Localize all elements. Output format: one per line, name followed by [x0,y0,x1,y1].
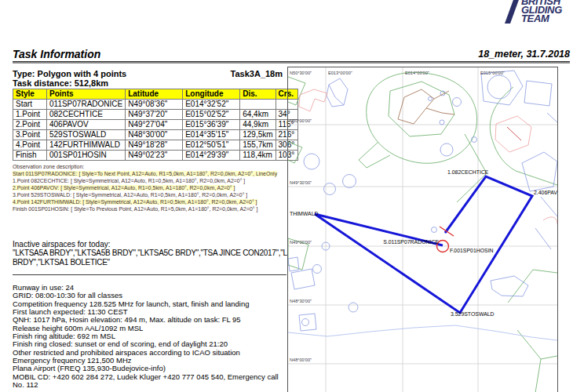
airspace-outlines-blue [288,71,557,331]
task-name: Task3A_18m [231,69,283,78]
grid-label-n4930: N49°30'00" [290,180,312,185]
task-table-header: StylePointsLatitudeLongitudeDis.Crs. [13,89,298,100]
task-meta-row: Type: Polygon with 4 points Task3A_18m [13,69,283,78]
table-cell: E014°35'15" [183,130,240,140]
waypoint-label-cechtice: 1.082CECHTICE [447,169,489,175]
task-information-sheet: BRITISH GLIDING TEAM Task Information 18… [0,0,573,392]
grid-label-e014: E014°00'00" [405,71,429,75]
table-row: 2.Point406PAVOVN49°27'04"E015°36'39"44,9… [13,120,298,130]
task-map: N50°30'00" E013°00'00" E014°00'00" E015°… [287,67,558,392]
airspace-list-line: BRDY","LKTSA1 BOLETICE" [13,258,287,267]
table-cell: N49°08'36" [126,100,183,110]
task-type: Type: Polygon with 4 points [13,69,126,78]
table-cell: Finish [13,151,47,161]
task-table-body: Start011SP07RADONICEN49°08'36"E014°32'52… [13,100,298,161]
table-cell: 011SP07RADONICE [47,100,126,110]
grid-label-n5000: N50°00'00" [290,118,312,123]
observation-zone-heading: Observation zone description: [13,163,287,170]
briefing-section: Runway in use: 24GRID: 08:00-10:30 for a… [13,284,289,389]
table-cell: 118,4km [240,151,276,161]
column-header: Latitude [126,89,183,100]
table-row: 3.Point529STOSWALDN48°30'00"E014°35'15"1… [13,130,298,140]
observation-zone-line: 1.Point 082CECHTICE: [ Style=Symmetrical… [13,177,287,184]
country-border [288,325,557,340]
observation-zone-line: Finish 001SP01HOSIN: [ Style=To Previous… [13,205,287,212]
column-header: Dis. [240,89,276,100]
table-cell: E014°32'52" [183,100,240,110]
table-cell: 44,9km [240,120,276,130]
briefing-line: MOBIL CD: +420 602 284 272, Ludek Kluger… [13,373,289,390]
grid-label-e015: E015°00'00" [480,71,505,75]
table-cell: 529STOSWALD [47,130,126,140]
table-cell: E015°36'39" [183,120,240,130]
observation-zone-section: Observation zone description: Start 011S… [13,163,287,212]
observation-zone-line: 4.Point 142FURTHIMWALD: [ Style=Symmetri… [13,198,287,205]
table-cell: E012°50'51" [183,140,240,151]
grid-label-n4900: N49°00'00" [290,240,312,245]
airspace-diagonal-red [507,127,521,140]
inactive-airspaces-list: "LKTSA5A BRDY","LKTSA5B BRDY","LKTSA5C B… [13,249,287,267]
table-row: Finish001SP01HOSINN49°02'23"E014°29'39"1… [13,151,298,161]
table-cell: 406PAVOV [47,120,126,130]
section-divider [13,274,286,275]
task-map-canvas: N50°30'00" E013°00'00" E014°00'00" E015°… [288,67,557,392]
grid-label-n4800: N48°00'00" [290,358,312,362]
waypoint-label-start: S.011SP07RADONICE [383,239,439,245]
inactive-airspaces-heading: Inactive airspaces for today: [13,240,287,249]
waypoint-label-furthimwald: THIMWALD [290,211,319,216]
table-cell: N49°37'20" [126,110,183,120]
table-cell: Start [13,100,47,110]
observation-zone-line: 2.Point 406PAVOV: [ Style=Symmetrical, A… [13,184,287,191]
waypoint-label-pavov: 2.406PAVOV [534,190,557,195]
observation-zone-line: 3.Point 529STOSWALD: [ Style=Symmetrical… [13,191,287,198]
table-cell: 001SP01HOSIN [47,151,126,161]
table-row: 4.Point142FURTHIMWALDN49°18'28"E012°50'5… [13,140,298,151]
table-cell: N49°02'23" [126,151,183,161]
airspace-outline-brown [398,89,454,124]
airspace-list-line: "LKTSA5A BRDY","LKTSA5B BRDY","LKTSA5C B… [13,249,287,257]
table-cell: N49°18'28" [126,140,183,151]
task-distance: Task distance: 512,8km [13,78,108,88]
observation-zone-line: Start 011SP07RADONICE: [ Style=To Next P… [13,170,287,177]
column-header: Style [13,89,47,100]
table-cell: E014°29'39" [183,151,240,161]
waypoint-label-finish: F.001SP01HOSIN [450,248,494,253]
table-cell: 155,7km [240,140,276,151]
table-cell: 082CECHTICE [47,110,126,120]
task-route-line [315,176,532,313]
table-cell: 64,4km [240,110,276,120]
column-header: Points [47,89,126,100]
table-cell: E015°02'52" [183,110,240,120]
table-cell: 4.Point [13,140,47,151]
column-header: Longitude [183,89,240,100]
british-gliding-team-logo: BRITISH GLIDING TEAM [509,0,562,24]
airspace-outlines-pink [299,89,557,224]
table-row: 1.Point082CECHTICEN49°37'20"E015°02'52"6… [13,110,298,120]
header-rule [13,61,570,64]
grid-label-n5030: N50°30'00" [290,71,312,75]
waypoint-label-stoswald: 3.529STOSWALD [451,311,495,317]
table-row: Start011SP07RADONICEN49°08'36"E014°32'52… [13,100,298,110]
inactive-airspaces-section: Inactive airspaces for today: "LKTSA5A B… [13,240,287,267]
table-cell: 129,5km [240,130,276,140]
table-cell: 142FURTHIMWALD [47,140,126,151]
table-cell: 3.Point [13,130,47,140]
grid-label-e013: E013°00'00" [328,71,352,75]
start-line-mark [440,227,454,236]
logo-slash-icon [505,0,520,24]
task-table: StylePointsLatitudeLongitudeDis.Crs. Sta… [13,89,298,161]
table-cell: N49°27'04" [126,120,183,130]
airspace-outlines-green [288,72,557,392]
table-cell [240,100,276,110]
page-title: Task Information [13,48,100,60]
table-cell: N48°30'00" [126,130,183,140]
table-cell: 1.Point [13,110,47,120]
class-and-date: 18_meter, 31.7.2018 [478,49,570,60]
table-cell: 2.Point [13,120,47,130]
grid-label-n4830: N48°30'00" [290,299,312,303]
